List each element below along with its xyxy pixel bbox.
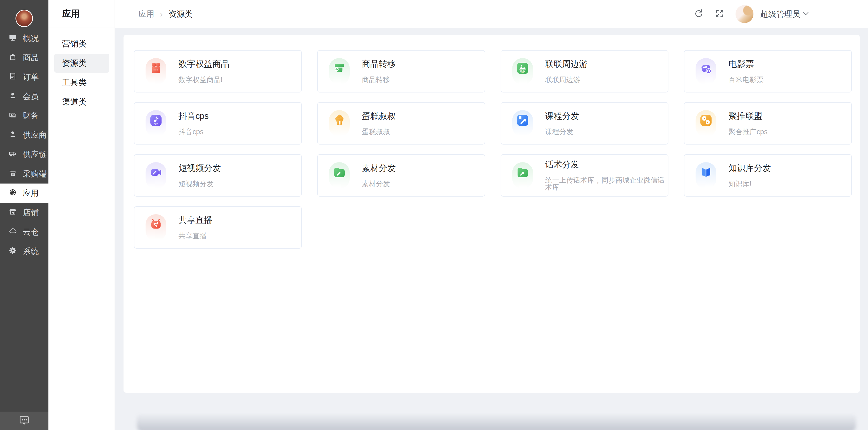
card-subtitle: 百米电影票 <box>728 76 764 83</box>
card-subtitle: 联联周边游 <box>545 76 588 83</box>
card-title: 话术分发 <box>545 160 668 168</box>
card-course-share[interactable]: 课程分发 课程分发 <box>501 102 669 144</box>
sidebar-item-label: 供应商 <box>23 130 47 141</box>
jutui-union-icon <box>695 110 716 137</box>
card-subtitle: 聚合推广cps <box>728 128 768 135</box>
fullscreen-icon <box>714 8 725 20</box>
shopping-bag-icon <box>8 52 17 63</box>
submenu-item-tools[interactable]: 工具类 <box>54 73 109 92</box>
card-lianlian-travel[interactable]: 联联 联联周边游 联联周边游 <box>501 50 669 93</box>
main-nav: 概况 商品 订单 会员 财务 <box>0 29 49 261</box>
card-douyin-cps[interactable]: CPS 抖音cps 抖音cps <box>134 102 302 144</box>
card-title: 数字权益商品 <box>179 60 229 68</box>
script-share-icon <box>512 162 533 189</box>
sidebar-item-goods[interactable]: 商品 <box>0 48 49 67</box>
knowledge-share-icon <box>695 162 716 189</box>
order-doc-icon <box>8 72 17 82</box>
gear-icon <box>8 246 17 257</box>
app-logo[interactable] <box>16 10 33 27</box>
card-subtitle: 课程分发 <box>545 128 579 135</box>
sidebar-item-members[interactable]: 会员 <box>0 87 49 106</box>
sidebar-footer-button[interactable] <box>0 411 49 430</box>
card-title: 联联周边游 <box>545 60 588 68</box>
card-subtitle: 统一上传话术库，同步商城企业微信话术库 <box>545 177 668 191</box>
sidebar-item-system[interactable]: 系统 <box>0 242 49 261</box>
card-short-video-share[interactable]: 短视频分发 短视频分发 <box>134 154 302 197</box>
card-material-share[interactable]: 素材分发 素材分发 <box>317 154 485 197</box>
material-share-icon <box>329 162 350 189</box>
lianlian-travel-icon: 联联 <box>512 58 533 85</box>
card-title: 电影票 <box>728 60 764 68</box>
card-subtitle: 知识库! <box>728 180 771 188</box>
card-subtitle: 素材分发 <box>362 180 396 188</box>
card-subtitle: 抖音cps <box>179 128 209 135</box>
goods-transfer-icon <box>329 58 350 85</box>
main-content: 数字权益商品 数字权益商品! <box>115 28 868 430</box>
truck-icon <box>8 149 17 160</box>
movie-ticket-icon <box>695 58 716 85</box>
submenu-item-resources[interactable]: 资源类 <box>54 54 109 73</box>
sidebar-item-orders[interactable]: 订单 <box>0 67 49 87</box>
sidebar-item-overview[interactable]: 概况 <box>0 29 49 48</box>
user-menu[interactable]: 超级管理员 <box>760 9 809 20</box>
submenu-item-marketing[interactable]: 营销类 <box>54 34 109 53</box>
sidebar-item-suppliers[interactable]: 供应商 <box>0 125 49 145</box>
card-live-share[interactable]: 共享直播 共享直播 <box>134 206 302 249</box>
submenu-panel: 应用 营销类 资源类 工具类 渠道类 <box>49 0 115 430</box>
cart-icon <box>8 168 17 179</box>
card-cake-uncle[interactable]: 蛋糕叔叔 蛋糕叔叔 <box>317 102 485 144</box>
breadcrumb-separator-icon: › <box>160 9 163 19</box>
content-panel: 数字权益商品 数字权益商品! <box>124 35 860 393</box>
sidebar-item-supply-chain[interactable]: 供应链 <box>0 145 49 164</box>
sidebar-item-shops[interactable]: 店铺 <box>0 203 49 222</box>
douyin-cps-icon: CPS <box>146 110 166 137</box>
sidebar-item-label: 财务 <box>23 110 39 121</box>
sidebar-item-cloud-warehouse[interactable]: 云仓 <box>0 222 49 242</box>
card-goods-transfer[interactable]: 商品转移 商品转移 <box>317 50 485 93</box>
card-movie-ticket[interactable]: 电影票 百米电影票 <box>684 50 852 93</box>
sidebar-item-apps[interactable]: 应用 <box>0 184 49 203</box>
breadcrumb-current: 资源类 <box>168 9 192 20</box>
sidebar-item-label: 系统 <box>23 246 39 257</box>
lianlian-badge-text: 联联 <box>520 70 525 73</box>
chat-icon <box>19 416 30 426</box>
sidebar-item-label: 供应链 <box>23 149 47 160</box>
sidebar-item-label: 商品 <box>23 52 39 63</box>
apps-wheel-icon <box>8 188 17 199</box>
card-jutui-union[interactable]: 聚推联盟 聚合推广cps <box>684 102 852 144</box>
fullscreen-button[interactable] <box>714 9 725 20</box>
card-title: 短视频分发 <box>179 164 221 172</box>
refresh-button[interactable] <box>693 9 704 20</box>
sidebar-item-procurement[interactable]: 采购端 <box>0 164 49 184</box>
user-avatar[interactable] <box>736 5 753 23</box>
submenu-item-channels[interactable]: 渠道类 <box>54 93 109 111</box>
card-subtitle: 商品转移 <box>362 76 396 83</box>
sidebar-item-label: 会员 <box>23 91 39 102</box>
sidebar-item-label: 订单 <box>23 72 39 82</box>
sidebar-item-label: 应用 <box>23 188 39 199</box>
monitor-icon <box>8 33 17 44</box>
card-title: 课程分发 <box>545 111 579 120</box>
top-header: 应用 › 资源类 超级管理员 <box>115 0 868 28</box>
app-card-grid: 数字权益商品 数字权益商品! <box>134 50 852 249</box>
sidebar-item-label: 采购端 <box>23 168 47 179</box>
card-title: 抖音cps <box>179 111 209 120</box>
sidebar-item-finance[interactable]: 财务 <box>0 106 49 125</box>
breadcrumb-root[interactable]: 应用 <box>138 9 154 20</box>
card-knowledge-share[interactable]: 知识库分发 知识库! <box>684 154 852 197</box>
header-actions: 超级管理员 <box>693 5 809 23</box>
card-title: 素材分发 <box>362 164 396 172</box>
refresh-icon <box>693 8 704 20</box>
course-share-icon <box>512 110 533 137</box>
submenu-list: 营销类 资源类 工具类 渠道类 <box>49 28 115 111</box>
card-title: 聚推联盟 <box>728 111 768 120</box>
cps-badge-text: CPS <box>154 123 158 125</box>
member-icon <box>8 91 17 102</box>
card-script-share[interactable]: 话术分发 统一上传话术库，同步商城企业微信话术库 <box>501 154 669 197</box>
supplier-icon <box>8 130 17 141</box>
card-digital-goods[interactable]: 数字权益商品 数字权益商品! <box>134 50 302 93</box>
breadcrumb: 应用 › 资源类 <box>138 9 192 20</box>
logo-wrap <box>0 0 49 27</box>
sidebar-item-label: 概况 <box>23 33 39 44</box>
card-title: 共享直播 <box>179 216 212 224</box>
